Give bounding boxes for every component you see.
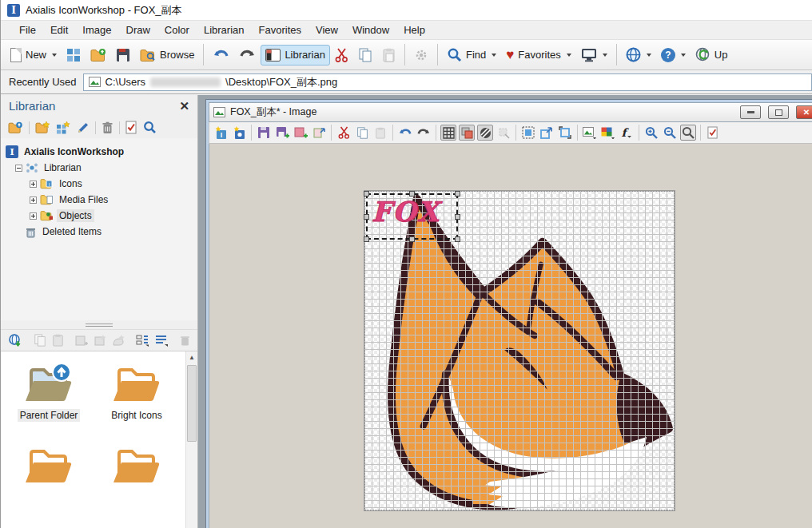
paste-icon[interactable] xyxy=(52,334,64,347)
sort-icon[interactable] xyxy=(136,334,149,347)
new-image-star-icon[interactable] xyxy=(94,335,106,347)
save-button[interactable] xyxy=(111,44,135,66)
select-tool-button[interactable] xyxy=(520,125,536,141)
save-button[interactable] xyxy=(256,125,272,141)
menu-file[interactable]: File xyxy=(12,22,43,38)
menu-color[interactable]: Color xyxy=(157,22,197,38)
new-folder-icon[interactable] xyxy=(35,121,50,134)
selection-handle-w[interactable] xyxy=(364,214,369,220)
effects-menu-button[interactable]: f xyxy=(619,125,635,141)
delete-trash-icon[interactable] xyxy=(180,335,190,347)
search-icon[interactable] xyxy=(143,121,157,134)
tree-item-librarian[interactable]: Librarian xyxy=(15,160,194,176)
help-button[interactable]: ? xyxy=(656,44,691,66)
copy-icon[interactable] xyxy=(34,334,46,347)
expand-expander[interactable] xyxy=(30,197,37,204)
resize-selection-button[interactable] xyxy=(539,125,555,141)
properties-check-icon[interactable] xyxy=(125,121,137,134)
selection-handle-sw[interactable] xyxy=(364,236,369,242)
redo-button[interactable] xyxy=(234,44,261,66)
open-button[interactable] xyxy=(86,44,111,66)
grid-toggle-button[interactable] xyxy=(440,125,456,141)
resize-image-button[interactable] xyxy=(311,125,327,141)
expand-expander[interactable] xyxy=(30,212,37,220)
expand-expander[interactable] xyxy=(30,181,37,188)
close-panel-button[interactable]: ✕ xyxy=(179,100,189,112)
update-button[interactable]: Up xyxy=(691,43,733,66)
close-button[interactable]: ✕ xyxy=(796,105,812,119)
image-canvas[interactable]: FOX xyxy=(364,190,675,511)
copy-button[interactable] xyxy=(353,44,377,66)
new-library-button[interactable] xyxy=(62,44,86,66)
restore-button[interactable] xyxy=(768,105,789,119)
collapse-expander[interactable] xyxy=(15,165,22,172)
scroll-up-arrow[interactable]: ▲ xyxy=(186,351,197,363)
menu-image[interactable]: Image xyxy=(75,22,118,38)
paste-button[interactable] xyxy=(377,44,400,66)
zoom-out-button[interactable] xyxy=(662,125,678,141)
favorites-button[interactable]: ♥ Favorites xyxy=(501,44,576,66)
vertical-scrollbar[interactable]: ▲ xyxy=(185,351,197,528)
zoom-tool-button[interactable] xyxy=(680,125,696,141)
download-globe-icon[interactable] xyxy=(8,334,22,347)
document-titlebar[interactable]: FOX_副本* - Image ✕ xyxy=(209,102,812,122)
menu-help[interactable]: Help xyxy=(396,22,432,38)
folder-item[interactable] xyxy=(9,444,89,502)
display-button[interactable] xyxy=(576,44,612,66)
folder-item-bright-icons[interactable]: Bright Icons xyxy=(97,363,177,422)
background-stripes-toggle-button[interactable] xyxy=(477,125,493,141)
menu-window[interactable]: Window xyxy=(345,22,396,38)
crop-selection-button[interactable] xyxy=(557,125,573,141)
selection-handle-se[interactable] xyxy=(455,236,460,242)
transparency-toggle-button[interactable] xyxy=(459,125,475,141)
menu-draw[interactable]: Draw xyxy=(119,22,157,38)
new-image-button[interactable] xyxy=(231,125,247,141)
smooth-selection-button[interactable] xyxy=(496,125,511,141)
tree-item-deleted-items[interactable]: Deleted Items xyxy=(25,224,194,240)
cut-button[interactable] xyxy=(336,125,352,141)
parent-folder-icon[interactable] xyxy=(8,121,23,134)
undo-button[interactable] xyxy=(208,44,234,66)
test-icon-button[interactable] xyxy=(705,125,721,141)
recent-file-combobox[interactable]: C:\Users \Desktop\FOX_副本.png xyxy=(83,73,812,91)
menu-view[interactable]: View xyxy=(308,22,345,38)
add-image-format-button[interactable] xyxy=(293,125,308,141)
minimize-button[interactable] xyxy=(740,105,761,119)
selection-rectangle[interactable]: FOX xyxy=(366,193,458,240)
selection-handle-n[interactable] xyxy=(409,191,415,197)
scrollbar-thumb[interactable] xyxy=(187,365,197,442)
tree-item-icons[interactable]: I Icons xyxy=(30,176,194,192)
menu-edit[interactable]: Edit xyxy=(43,22,75,38)
image-adjust-menu-button[interactable] xyxy=(582,125,598,141)
edit-pencil-icon[interactable] xyxy=(76,121,90,134)
menu-favorites[interactable]: Favorites xyxy=(252,22,308,38)
selection-handle-s[interactable] xyxy=(409,236,415,242)
panel-splitter[interactable] xyxy=(1,320,197,329)
save-as-button[interactable] xyxy=(274,125,290,141)
new-object-star-icon[interactable] xyxy=(112,335,125,347)
menu-librarian[interactable]: Librarian xyxy=(197,22,252,38)
settings-button[interactable] xyxy=(409,44,433,66)
tree-item-media-files[interactable]: Media Files xyxy=(30,192,194,208)
selection-handle-e[interactable] xyxy=(455,214,460,220)
web-button[interactable] xyxy=(621,43,656,66)
zoom-in-button[interactable] xyxy=(643,125,659,141)
delete-trash-icon[interactable] xyxy=(102,121,113,134)
add-image-icon[interactable] xyxy=(75,335,88,347)
find-button[interactable]: Find xyxy=(442,43,501,66)
new-button[interactable]: New xyxy=(6,44,62,66)
tree-item-objects[interactable]: Objects xyxy=(30,208,194,224)
cut-button[interactable] xyxy=(330,44,353,66)
view-mode-icon[interactable] xyxy=(155,334,169,347)
new-icon-project-button[interactable]: I xyxy=(213,125,229,141)
redo-button[interactable] xyxy=(416,125,432,141)
copy-button[interactable] xyxy=(354,125,370,141)
color-palette-menu-button[interactable] xyxy=(600,125,616,141)
tree-item-root[interactable]: I Axialis IconWorkshop xyxy=(6,144,194,160)
librarian-toggle-button[interactable]: Librarian xyxy=(261,45,330,66)
new-library-icon[interactable] xyxy=(56,121,70,134)
paste-button[interactable] xyxy=(372,125,388,141)
selection-handle-nw[interactable] xyxy=(364,191,369,197)
folder-item-parent[interactable]: Parent Folder xyxy=(9,363,89,422)
undo-button[interactable] xyxy=(397,125,413,141)
